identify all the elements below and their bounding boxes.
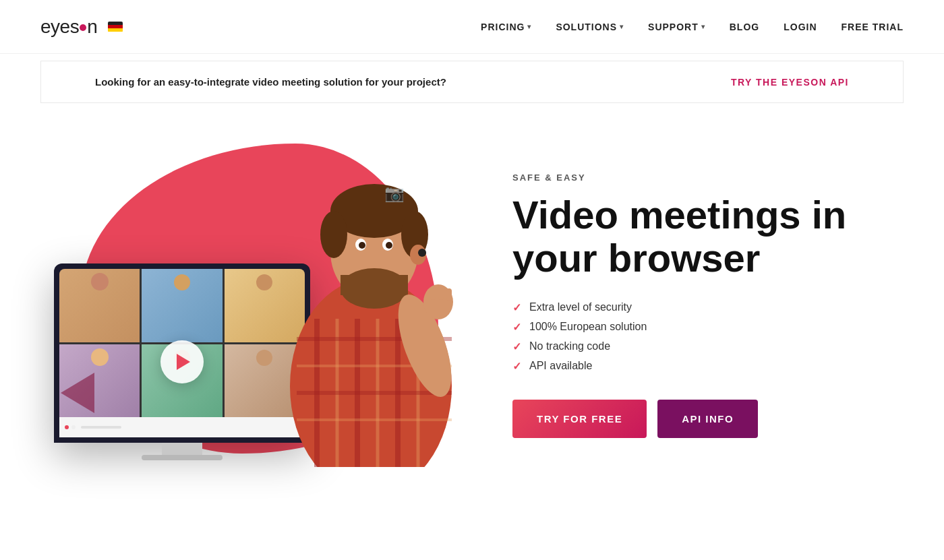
svg-point-20 (359, 242, 365, 249)
feature-item-4: ✓ API available (512, 360, 904, 373)
banner-text: Looking for an easy-to-integrate video m… (95, 76, 446, 88)
svg-rect-27 (438, 285, 444, 300)
nav-free-trial[interactable]: FREE TRIAL (842, 22, 904, 32)
logo[interactable]: eyesn (40, 16, 123, 38)
chevron-down-icon: ▾ (527, 23, 531, 30)
logo-dot (80, 24, 86, 31)
nav-solutions[interactable]: SOLUTIONS ▾ (556, 22, 624, 32)
svg-rect-26 (430, 286, 436, 300)
hero-section: 📷 (0, 103, 944, 521)
nav-blog[interactable]: BLOG (730, 22, 759, 32)
banner-api-link[interactable]: TRY THE EYESON API (731, 77, 849, 88)
nav-login[interactable]: LOGIN (784, 22, 817, 32)
video-cell-1 (59, 269, 140, 342)
german-flag-icon (108, 22, 123, 32)
svg-rect-17 (341, 275, 408, 295)
camera-icon: 📷 (384, 184, 405, 203)
play-button[interactable] (160, 340, 204, 383)
check-icon: ✓ (512, 360, 521, 373)
monitor-base (142, 455, 223, 460)
play-triangle-icon (177, 354, 190, 370)
check-icon: ✓ (512, 321, 521, 334)
api-banner: Looking for an easy-to-integrate video m… (40, 61, 904, 103)
feature-item-2: ✓ 100% European solution (512, 321, 904, 334)
cta-buttons: TRY FOR FREE API INFO (512, 400, 904, 438)
logo-text: eyesn (40, 16, 97, 38)
hero-content: SAFE & EASY Video meetings in your brows… (485, 173, 904, 438)
feature-item-3: ✓ No tracking code (512, 340, 904, 353)
check-icon: ✓ (512, 340, 521, 353)
hero-subtitle: SAFE & EASY (512, 173, 904, 183)
video-cell-2 (142, 269, 222, 342)
nav-support[interactable]: SUPPORT ▾ (648, 22, 705, 32)
triangle-decoration (61, 373, 94, 413)
svg-point-14 (320, 211, 347, 258)
chevron-down-icon: ▾ (701, 23, 705, 30)
feature-item-1: ✓ Extra level of security (512, 301, 904, 314)
svg-point-21 (386, 242, 392, 249)
hero-title: Video meetings in your browser (512, 193, 904, 280)
chevron-down-icon: ▾ (620, 23, 624, 30)
nav-pricing[interactable]: PRICING ▾ (481, 22, 531, 32)
hero-illustration: 📷 (40, 130, 459, 480)
monitor-stand (162, 443, 202, 455)
header: eyesn PRICING ▾ SOLUTIONS ▾ SUPPORT ▾ BL… (0, 0, 944, 54)
check-icon: ✓ (512, 301, 521, 314)
svg-point-23 (418, 249, 426, 257)
features-list: ✓ Extra level of security ✓ 100% Europea… (512, 301, 904, 373)
svg-rect-28 (446, 288, 452, 301)
api-info-button[interactable]: API INFO (657, 400, 758, 438)
try-for-free-button[interactable]: TRY FOR FREE (512, 400, 647, 438)
hero-person (263, 130, 465, 467)
main-nav: PRICING ▾ SOLUTIONS ▾ SUPPORT ▾ BLOG LOG… (481, 22, 904, 32)
